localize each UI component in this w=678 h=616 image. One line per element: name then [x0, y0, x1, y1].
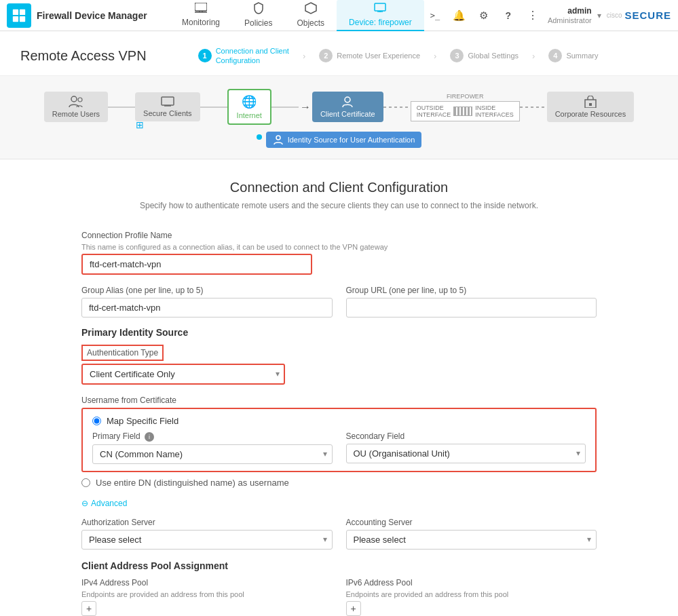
identity-label: Identity Source for User Authentication [288, 136, 415, 144]
nav-right: >_ 🔔 ⚙ ? ⋮ admin Administrator ▾ cisco S… [426, 6, 671, 25]
svg-point-13 [78, 98, 82, 102]
auth-type-select-wrapper: Client Certificate Only AAA Only AAA and… [81, 364, 285, 385]
internet-label: Internet [237, 111, 262, 119]
remote-users-label: Remote Users [52, 110, 100, 118]
corporate-resources-label: Corporate Resources [555, 110, 626, 118]
settings-icon: ⚙ [479, 9, 488, 22]
connection-profile-group: Connection Profile Name This name is con… [81, 231, 597, 275]
arrow-icon: → [300, 101, 311, 113]
step-arrow-2: › [434, 51, 436, 61]
identity-row: Identity Source for User Authentication [14, 132, 664, 148]
client-address-pool-heading: Client Address Pool Assignment [81, 560, 597, 571]
tab-device[interactable]: Device: firepower [337, 0, 424, 31]
policies-icon [253, 2, 264, 17]
secondary-field-label: Secondary Field [346, 431, 586, 441]
map-specific-box: Map Specific Field Primary Field i CN (C… [81, 408, 597, 472]
username-cert-label: Username from Certificate [81, 396, 597, 405]
app-logo: Firewall Device Manager [7, 3, 156, 28]
device-icon [374, 3, 386, 16]
ipv6-add-button[interactable]: + [346, 601, 361, 616]
bell-icon: 🔔 [453, 9, 466, 22]
primary-identity-heading: Primary Identity Source [81, 327, 597, 338]
settings-button[interactable]: ⚙ [474, 6, 493, 25]
page-title: Remote Access VPN [20, 48, 147, 64]
connection-profile-label: Connection Profile Name [81, 231, 597, 240]
user-info: admin Administrator [548, 6, 592, 25]
diagram-corporate: Corporate Resources [547, 92, 635, 122]
step-num-4: 4 [548, 49, 562, 62]
notification-button[interactable]: 🔔 [450, 6, 469, 25]
group-url-col: Group URL (one per line, up to 5) [346, 286, 597, 317]
svg-rect-3 [20, 16, 25, 21]
step-label-3: Global Settings [468, 52, 519, 60]
map-specific-radio-label: Map Specific Field [107, 416, 178, 426]
primary-identity-group: Primary Identity Source Authentication T… [81, 327, 597, 385]
diagram-internet: 🌐 Internet [227, 89, 271, 125]
accounting-server-select[interactable]: Please select [346, 530, 597, 550]
ipv4-pool-col: IPv4 Address Pool Endpoints are provided… [81, 578, 333, 616]
group-alias-label: Group Alias (one per line, up to 5) [81, 286, 333, 295]
connection-profile-input[interactable] [81, 254, 312, 275]
tab-monitoring[interactable]: Monitoring [170, 0, 232, 31]
tab-policies[interactable]: Policies [232, 0, 284, 32]
auth-server-select-wrapper: Please select [81, 530, 333, 550]
secure-clients-label: Secure Clients [143, 109, 192, 117]
svg-rect-9 [375, 3, 385, 11]
address-pool-row: IPv4 Address Pool Endpoints are provided… [81, 578, 597, 616]
wizard-steps: 1 Connection and ClientConfiguration › 2… [187, 43, 609, 69]
accounting-server-select-wrapper: Please select [346, 530, 597, 550]
internet-globe-icon: 🌐 [242, 94, 257, 109]
use-dn-radio-item[interactable]: Use entire DN (distinguished name) as us… [81, 478, 597, 488]
accounting-server-col: Accounting Server Please select [346, 518, 597, 550]
ipv4-pool-hint: Endpoints are provided an address from t… [81, 590, 333, 598]
svg-point-19 [276, 136, 280, 140]
svg-rect-18 [589, 103, 592, 106]
group-url-label: Group URL (one per line, up to 5) [346, 286, 597, 295]
nav-tabs: Monitoring Policies Objects Device: fire… [170, 0, 426, 32]
primary-field-select[interactable]: CN (Common Name) OU (Organisational Unit… [92, 444, 333, 464]
advanced-chevron-icon: ⊖ [81, 499, 88, 508]
step-arrow-1: › [303, 51, 305, 61]
auth-server-label: Authorization Server [81, 518, 333, 527]
ipv6-pool-hint: Endpoints are provided an address from t… [346, 590, 597, 598]
diagram-remote-users: Remote Users [44, 92, 108, 122]
diagram-client-cert: Client Certificate [312, 92, 383, 122]
group-alias-col: Group Alias (one per line, up to 5) [81, 286, 333, 317]
more-button[interactable]: ⋮ [523, 6, 542, 25]
svg-marker-8 [305, 3, 316, 14]
tab-objects[interactable]: Objects [284, 0, 337, 32]
step-num-3: 3 [450, 49, 464, 62]
svg-point-12 [71, 96, 77, 102]
wizard-step-2: 2 Remote User Experience [308, 46, 431, 65]
cisco-secure-text: SECURE [624, 9, 671, 21]
secondary-field-select[interactable]: OU (Organisational Unit) CN (Common Name… [346, 444, 586, 463]
svg-rect-14 [162, 97, 174, 105]
diagram-flow: Remote Users Secure Clients ⊞ 🌐 Internet… [14, 87, 664, 128]
map-specific-radio[interactable] [92, 417, 101, 425]
advanced-link[interactable]: ⊖ Advanced [81, 499, 597, 508]
group-url-input[interactable] [346, 298, 597, 317]
map-specific-radio-item[interactable]: Map Specific Field [92, 416, 586, 426]
ipv4-add-button[interactable]: + [81, 601, 96, 616]
primary-field-select-wrapper: CN (Common Name) OU (Organisational Unit… [92, 444, 333, 464]
dropdown-arrow[interactable]: ▾ [597, 11, 601, 20]
diagram-area: Remote Users Secure Clients ⊞ 🌐 Internet… [0, 76, 678, 159]
connection-profile-hint: This name is configured as a connection … [81, 243, 597, 251]
step-label-1: Connection and ClientConfiguration [216, 46, 289, 66]
firepower-container: FIREPOWER OUTSIDEINTERFACE INSIDEINTERFA… [411, 93, 520, 121]
help-button[interactable]: ? [499, 6, 518, 25]
monitoring-icon [195, 3, 207, 16]
form-title: Connection and Client Configuration [81, 180, 597, 195]
help-icon: ? [506, 10, 512, 21]
group-row: Group Alias (one per line, up to 5) Grou… [81, 286, 597, 317]
auth-server-select[interactable]: Please select [81, 530, 333, 550]
secondary-field-select-wrapper: OU (Organisational Unit) CN (Common Name… [346, 444, 586, 463]
group-alias-input[interactable] [81, 298, 333, 317]
auth-type-select[interactable]: Client Certificate Only AAA Only AAA and… [81, 364, 285, 385]
client-address-pool-group: Client Address Pool Assignment IPv4 Addr… [81, 560, 597, 616]
primary-field-info-icon[interactable]: i [145, 432, 154, 442]
terminal-button[interactable]: >_ [426, 6, 445, 25]
step-label-4: Summary [566, 52, 598, 60]
use-dn-radio[interactable] [81, 478, 90, 487]
firepower-label: FIREPOWER [447, 93, 484, 100]
